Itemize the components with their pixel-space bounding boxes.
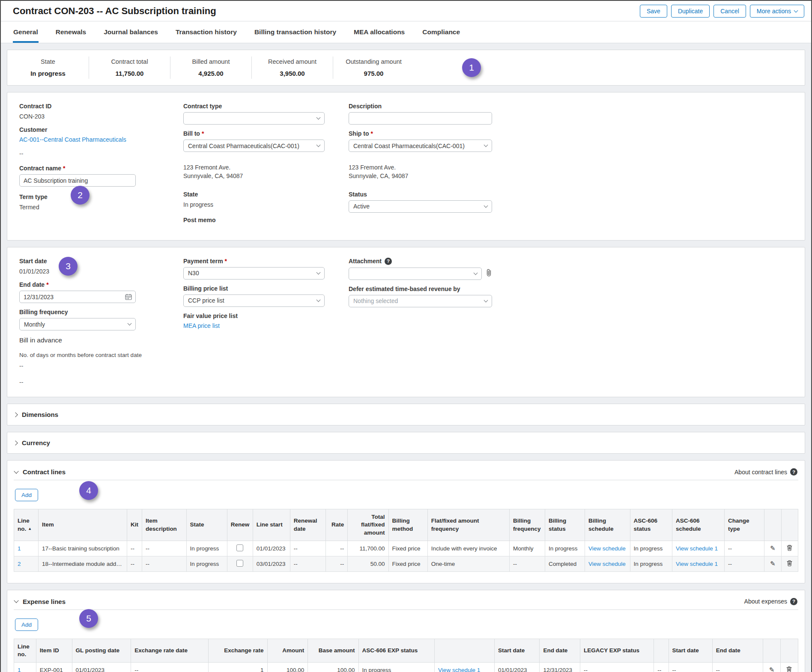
edit-icon[interactable]: ✎	[770, 544, 776, 552]
renew-checkbox[interactable]	[236, 544, 243, 551]
duplicate-button[interactable]: Duplicate	[671, 5, 710, 18]
tab-general[interactable]: General	[13, 27, 39, 43]
delete-icon[interactable]	[787, 560, 792, 568]
contract-type-select[interactable]	[183, 112, 325, 125]
add-contract-line-button[interactable]: Add	[15, 489, 38, 501]
end-date-input[interactable]	[19, 291, 136, 303]
column-header[interactable]: ASC-606 status	[630, 509, 672, 541]
help-icon[interactable]: ?	[790, 598, 797, 605]
column-header[interactable]: Exchange rate	[208, 639, 267, 662]
column-header[interactable]: Item ID	[36, 639, 72, 662]
column-header[interactable]: State	[186, 509, 227, 541]
cancel-button[interactable]: Cancel	[713, 5, 746, 18]
calendar-icon[interactable]	[125, 294, 132, 302]
ship-to-select[interactable]: Central Coast Pharmaceuticals(CAC-001)	[349, 140, 492, 152]
edit-icon[interactable]: ✎	[770, 560, 776, 568]
column-header[interactable]: Billing frequency	[510, 509, 545, 541]
column-header[interactable]: Renew	[227, 509, 253, 541]
bill-to-address-line-1: 123 Fremont Ave.	[183, 163, 325, 172]
chevron-down-icon	[316, 143, 321, 147]
delete-icon[interactable]	[787, 544, 792, 552]
column-header[interactable]: End date	[540, 639, 580, 662]
column-header[interactable]: Line no.	[14, 639, 36, 662]
column-header[interactable]	[654, 639, 669, 662]
column-header[interactable]: Amount	[267, 639, 308, 662]
bill-to-select[interactable]: Central Coast Pharmaceuticals(CAC-001)	[183, 140, 325, 152]
table-cell: --	[325, 556, 348, 571]
payment-term-select[interactable]: N30	[183, 267, 325, 280]
help-icon[interactable]: ?	[385, 258, 392, 265]
column-header[interactable]: Kit	[127, 509, 142, 541]
column-header[interactable]: Renewal date	[290, 509, 325, 541]
table-link[interactable]: View schedule 1	[676, 561, 718, 567]
column-header[interactable]: End date	[712, 639, 763, 662]
contract-lines-toggle[interactable]: Contract lines	[15, 468, 66, 476]
table-link[interactable]: 1	[18, 545, 21, 552]
about-contract-lines-link[interactable]: About contract lines ?	[734, 468, 797, 476]
column-header[interactable]	[764, 509, 781, 541]
currency-section-toggle[interactable]: Currency	[7, 432, 805, 454]
defer-revenue-select[interactable]: Nothing selected	[349, 295, 492, 307]
table-link[interactable]: 2	[18, 561, 21, 567]
help-icon[interactable]: ?	[790, 468, 797, 476]
tab-billing-transaction-history[interactable]: Billing transaction history	[254, 27, 337, 43]
customer-link[interactable]: AC-001--Central Coast Pharmaceuticals	[19, 136, 126, 143]
column-header[interactable]: Total flat/fixed amount	[348, 509, 388, 541]
dimensions-section-toggle[interactable]: Dimensions	[7, 404, 805, 425]
column-header[interactable]	[763, 639, 781, 662]
about-expenses-link[interactable]: About expenses ?	[744, 598, 797, 605]
customer-label: Customer	[19, 126, 161, 133]
column-header[interactable]: Item description	[142, 509, 187, 541]
column-header[interactable]: Billing method	[388, 509, 427, 541]
table-link[interactable]: View schedule	[588, 561, 626, 567]
renew-checkbox[interactable]	[236, 560, 243, 567]
delete-icon[interactable]	[786, 666, 792, 672]
tab-compliance[interactable]: Compliance	[422, 27, 460, 43]
column-header[interactable]: Line no.▲	[14, 509, 39, 541]
edit-icon[interactable]: ✎	[769, 666, 775, 672]
table-link[interactable]: View schedule 1	[438, 667, 480, 672]
column-header[interactable]: Flat/fixed amount frequency	[427, 509, 509, 541]
table-cell: --	[325, 541, 348, 556]
contract-name-input[interactable]	[19, 174, 136, 187]
column-header[interactable]: Item	[38, 509, 127, 541]
column-header[interactable]: ASC-606 schedule	[672, 509, 724, 541]
table-link[interactable]: 1	[18, 667, 21, 672]
column-header[interactable]: Rate	[325, 509, 348, 541]
tab-renewals[interactable]: Renewals	[55, 27, 87, 43]
save-button[interactable]: Save	[640, 5, 667, 18]
tab-journal-balances[interactable]: Journal balances	[103, 27, 158, 43]
add-expense-line-button[interactable]: Add	[15, 618, 38, 631]
stat-label: State	[10, 58, 86, 65]
table-link[interactable]: View schedule 1	[676, 545, 718, 552]
status-select[interactable]: Active	[349, 200, 492, 213]
column-header[interactable]: Billing status	[545, 509, 585, 541]
paperclip-icon[interactable]	[486, 269, 492, 278]
attachment-select[interactable]	[349, 268, 482, 280]
mea-price-list-link[interactable]: MEA price list	[183, 322, 220, 329]
billing-price-list-select[interactable]: CCP price list	[183, 294, 325, 307]
more-actions-button[interactable]: More actions	[750, 5, 804, 18]
column-header[interactable]: Base amount	[308, 639, 358, 662]
column-header[interactable]: ASC-606 EXP status	[358, 639, 435, 662]
column-header[interactable]: Billing schedule	[585, 509, 630, 541]
column-header[interactable]: Line start	[253, 509, 290, 541]
column-header[interactable]: Change type	[725, 509, 764, 541]
expense-lines-toggle[interactable]: Expense lines	[15, 598, 66, 605]
column-header[interactable]: GL posting date	[72, 639, 131, 662]
description-input[interactable]	[349, 112, 492, 125]
column-header[interactable]: Start date	[669, 639, 712, 662]
column-header[interactable]	[780, 639, 798, 662]
column-header[interactable]	[781, 509, 798, 541]
tab-transaction-history[interactable]: Transaction history	[175, 27, 237, 43]
billing-frequency-select[interactable]: Monthly	[19, 318, 136, 330]
column-header[interactable]: Exchange rate date	[131, 639, 209, 662]
column-header[interactable]: Start date	[494, 639, 539, 662]
column-header[interactable]: LEGACY EXP status	[580, 639, 654, 662]
dimensions-section-title: Dimensions	[22, 411, 58, 418]
duplicate-button-label: Duplicate	[678, 8, 703, 15]
tab-mea-allocations[interactable]: MEA allocations	[353, 27, 405, 43]
table-link[interactable]: View schedule	[588, 545, 626, 552]
column-header[interactable]	[435, 639, 495, 662]
window-header: Contract CON-203 -- AC Subscription trai…	[1, 1, 811, 21]
